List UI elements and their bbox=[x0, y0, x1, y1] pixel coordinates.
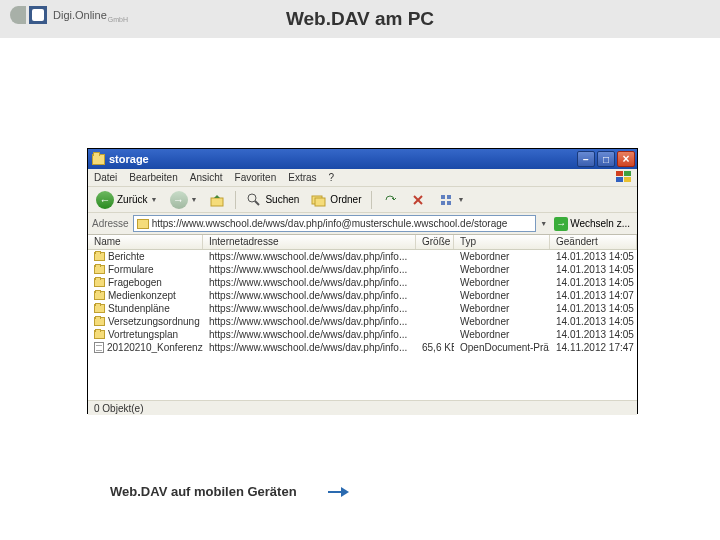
logo-glyph-left bbox=[10, 6, 26, 24]
back-button[interactable]: ← Zurück ▼ bbox=[92, 189, 162, 211]
logo-subtext: GmbH bbox=[108, 16, 128, 23]
go-button[interactable]: → Wechseln z... bbox=[551, 217, 633, 231]
col-name[interactable]: Name bbox=[88, 235, 203, 249]
file-url: https://www.wwschool.de/wws/dav.php/info… bbox=[203, 316, 416, 327]
file-name: Formulare bbox=[108, 264, 154, 275]
menu-bar: Datei Bearbeiten Ansicht Favoriten Extra… bbox=[88, 169, 637, 187]
file-name: Vortretungsplan bbox=[108, 329, 178, 340]
view-button[interactable]: ▼ bbox=[434, 190, 468, 210]
folder-icon bbox=[94, 265, 105, 274]
table-row[interactable]: Berichtehttps://www.wwschool.de/wws/dav.… bbox=[88, 250, 637, 263]
up-button[interactable] bbox=[205, 190, 229, 210]
status-text: 0 Objekt(e) bbox=[94, 403, 143, 414]
file-url: https://www.wwschool.de/wws/dav.php/info… bbox=[203, 277, 416, 288]
forward-button[interactable]: → ▼ bbox=[166, 189, 202, 211]
search-label: Suchen bbox=[265, 194, 299, 205]
table-row[interactable]: Stundenplänehttps://www.wwschool.de/wws/… bbox=[88, 302, 637, 315]
address-value: https://www.wwschool.de/wws/dav.php/info… bbox=[152, 218, 508, 229]
folder-icon bbox=[92, 154, 105, 165]
sync-button[interactable] bbox=[378, 190, 402, 210]
maximize-button[interactable]: □ bbox=[597, 151, 615, 167]
chevron-down-icon[interactable]: ▼ bbox=[540, 220, 547, 227]
stop-button[interactable] bbox=[406, 190, 430, 210]
menu-view[interactable]: Ansicht bbox=[190, 172, 223, 183]
address-input[interactable]: https://www.wwschool.de/wws/dav.php/info… bbox=[133, 215, 537, 232]
menu-help[interactable]: ? bbox=[329, 172, 335, 183]
table-row[interactable]: Medienkonzepthttps://www.wwschool.de/wws… bbox=[88, 289, 637, 302]
view-icon bbox=[438, 192, 454, 208]
svg-rect-3 bbox=[624, 177, 631, 182]
table-row[interactable]: Fragebogenhttps://www.wwschool.de/wws/da… bbox=[88, 276, 637, 289]
window-titlebar[interactable]: storage − □ × bbox=[88, 149, 637, 169]
folder-icon bbox=[94, 330, 105, 339]
col-type[interactable]: Typ bbox=[454, 235, 550, 249]
document-icon bbox=[94, 342, 104, 353]
back-label: Zurück bbox=[117, 194, 148, 205]
footer-link[interactable]: Web.DAV auf mobilen Geräten bbox=[110, 484, 349, 499]
folder-icon bbox=[94, 252, 105, 261]
minimize-button[interactable]: − bbox=[577, 151, 595, 167]
file-name: Berichte bbox=[108, 251, 145, 262]
svg-rect-4 bbox=[211, 198, 223, 206]
window-controls: − □ × bbox=[577, 151, 635, 167]
file-type: Webordner bbox=[454, 251, 550, 262]
file-type: OpenDocument-Prä... bbox=[454, 342, 550, 353]
col-size[interactable]: Größe bbox=[416, 235, 454, 249]
menu-file[interactable]: Datei bbox=[94, 172, 117, 183]
file-type: Webordner bbox=[454, 329, 550, 340]
svg-rect-14 bbox=[447, 201, 451, 205]
table-row[interactable]: Vortretungsplanhttps://www.wwschool.de/w… bbox=[88, 328, 637, 341]
search-icon bbox=[246, 192, 262, 208]
folder-icon bbox=[94, 304, 105, 313]
go-label: Wechseln z... bbox=[570, 218, 630, 229]
folders-button[interactable]: Ordner bbox=[307, 190, 365, 210]
file-url: https://www.wwschool.de/wws/dav.php/info… bbox=[203, 303, 416, 314]
search-button[interactable]: Suchen bbox=[242, 190, 303, 210]
file-url: https://www.wwschool.de/wws/dav.php/info… bbox=[203, 329, 416, 340]
back-icon: ← bbox=[96, 191, 114, 209]
file-type: Webordner bbox=[454, 264, 550, 275]
svg-marker-16 bbox=[341, 487, 349, 497]
chevron-down-icon: ▼ bbox=[191, 196, 198, 203]
svg-rect-13 bbox=[441, 201, 445, 205]
file-type: Webordner bbox=[454, 277, 550, 288]
table-row[interactable]: Versetzungsordnunghttps://www.wwschool.d… bbox=[88, 315, 637, 328]
file-size: 65,6 KB bbox=[416, 342, 454, 353]
arrow-right-icon bbox=[327, 486, 349, 498]
svg-point-5 bbox=[248, 194, 256, 202]
menu-extras[interactable]: Extras bbox=[288, 172, 316, 183]
file-name: Medienkonzept bbox=[108, 290, 176, 301]
file-rows: Berichtehttps://www.wwschool.de/wws/dav.… bbox=[88, 250, 637, 354]
close-button[interactable]: × bbox=[617, 151, 635, 167]
file-date: 14.01.2013 14:05 bbox=[550, 264, 637, 275]
navigation-toolbar: ← Zurück ▼ → ▼ Suchen Ordner ▼ bbox=[88, 187, 637, 213]
folders-icon bbox=[311, 192, 327, 208]
file-url: https://www.wwschool.de/wws/dav.php/info… bbox=[203, 264, 416, 275]
folder-icon bbox=[94, 278, 105, 287]
file-date: 14.01.2013 14:05 bbox=[550, 303, 637, 314]
table-row[interactable]: 20120210_Konferenz...https://www.wwschoo… bbox=[88, 341, 637, 354]
window-title: storage bbox=[109, 153, 577, 165]
footer-link-text: Web.DAV auf mobilen Geräten bbox=[110, 484, 297, 499]
svg-line-6 bbox=[255, 201, 259, 205]
folders-label: Ordner bbox=[330, 194, 361, 205]
menu-favorites[interactable]: Favoriten bbox=[235, 172, 277, 183]
file-list: Name Internetadresse Größe Typ Geändert … bbox=[88, 235, 637, 400]
col-url[interactable]: Internetadresse bbox=[203, 235, 416, 249]
svg-rect-2 bbox=[616, 177, 623, 182]
col-modified[interactable]: Geändert bbox=[550, 235, 637, 249]
separator bbox=[235, 191, 236, 209]
svg-rect-11 bbox=[441, 195, 445, 199]
svg-rect-8 bbox=[315, 198, 325, 206]
folder-icon bbox=[94, 291, 105, 300]
file-date: 14.01.2013 14:07 bbox=[550, 290, 637, 301]
explorer-window: storage − □ × Datei Bearbeiten Ansicht F… bbox=[87, 148, 638, 414]
chevron-down-icon: ▼ bbox=[457, 196, 464, 203]
brand-logo: Digi.Online GmbH bbox=[10, 6, 128, 24]
file-name: Stundenpläne bbox=[108, 303, 170, 314]
menu-edit[interactable]: Bearbeiten bbox=[129, 172, 177, 183]
file-name: Fragebogen bbox=[108, 277, 162, 288]
file-date: 14.01.2013 14:05 bbox=[550, 251, 637, 262]
windows-flag-icon bbox=[615, 170, 633, 184]
table-row[interactable]: Formularehttps://www.wwschool.de/wws/dav… bbox=[88, 263, 637, 276]
